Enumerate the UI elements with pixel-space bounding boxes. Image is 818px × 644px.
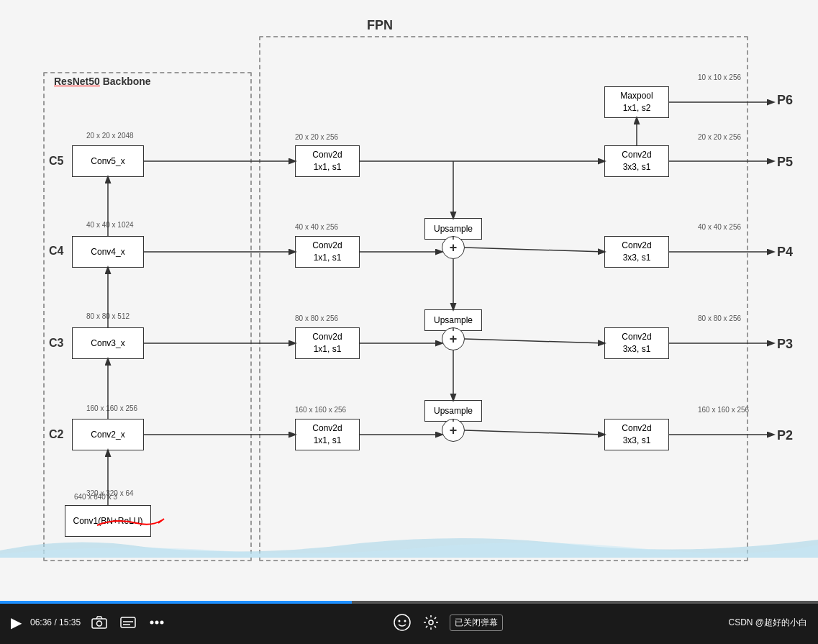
out-conv2-box: Conv2d 3x3, s1 [604,419,669,450]
p5-label: P5 [777,155,793,170]
dim-backbone-c2: 160 x 160 x 256 [86,404,137,412]
svg-point-38 [404,620,406,622]
dim-p2: 160 x 160 x 256 [698,406,749,414]
play-button[interactable]: ▶ [11,614,22,631]
settings-icon[interactable] [421,612,441,632]
dim-fpn-c4: 40 x 40 x 256 [295,223,338,231]
subtitle-icon[interactable] [118,612,138,632]
c2-label: C2 [49,428,63,441]
progress-bar-container[interactable] [0,601,818,604]
fpn-conv3-box: Conv2d 1x1, s1 [295,327,360,359]
dim-backbone-c4: 40 x 40 x 1024 [86,221,134,229]
time-display: 06:36 / 15:35 [30,617,81,627]
more-options-icon[interactable] [147,612,167,632]
p2-label: P2 [777,428,793,443]
watermark-text: CSDN @超好的小白 [728,617,807,629]
svg-point-34 [155,621,159,625]
dim-fpn-c3: 80 x 80 x 256 [295,314,338,322]
out-conv5-box: Conv2d 3x3, s1 [604,145,669,177]
dim-p6: 10 x 10 x 256 [698,73,741,81]
dim-p5: 20 x 20 x 256 [698,133,741,141]
video-control-bar: ▶ 06:36 / 15:35 [0,601,818,644]
fpn-conv4-box: Conv2d 1x1, s1 [295,236,360,268]
fpn-title: FPN [367,18,393,33]
out-conv3-box: Conv2d 3x3, s1 [604,327,669,359]
svg-point-39 [429,620,433,625]
svg-rect-30 [121,617,135,627]
conv5x-box: Conv5_x [72,145,144,177]
danmaku-face-icon[interactable] [392,612,412,632]
dim-fpn-c2: 160 x 160 x 256 [295,406,346,414]
svg-point-35 [160,621,164,625]
c5-label: C5 [49,155,63,168]
conv4x-box: Conv4_x [72,236,144,268]
dim-p4: 40 x 40 x 256 [698,223,741,231]
wave-decoration [0,529,818,558]
p4-label: P4 [777,245,793,260]
svg-point-33 [150,621,154,625]
fpn-diagram: FPN ResNet50 Backbone C5 C4 C3 C2 Conv5_… [14,14,804,583]
p3-label: P3 [777,337,793,352]
fpn-conv5-box: Conv2d 1x1, s1 [295,145,360,177]
maxpool-box: Maxpool 1x1, s2 [604,86,669,118]
dim-p3: 80 x 80 x 256 [698,314,741,322]
svg-point-37 [399,620,401,622]
dim-backbone-c3: 80 x 80 x 512 [86,312,129,320]
progress-bar-fill [0,601,352,604]
fpn-box [259,36,748,561]
danmaku-status[interactable]: 已关闭弹幕 [450,614,503,631]
plus3-circle: + [442,419,465,442]
main-video-content: FPN ResNet50 Backbone C5 C4 C3 C2 Conv5_… [0,0,818,601]
p6-label: P6 [777,93,793,108]
plus1-circle: + [442,236,465,259]
out-conv4-box: Conv2d 3x3, s1 [604,236,669,268]
svg-point-36 [394,614,410,630]
backbone-label: ResNet50 Backbone [54,76,151,87]
svg-point-29 [97,621,102,626]
plus2-circle: + [442,327,465,350]
conv2x-box: Conv2_x [72,419,144,450]
dim-backbone-c5: 20 x 20 x 2048 [86,132,134,140]
dim-fpn-c5: 20 x 20 x 256 [295,133,338,141]
camera-icon[interactable] [89,612,109,632]
pen-annotation [94,514,165,529]
c4-label: C4 [49,245,63,258]
c3-label: C3 [49,337,63,350]
conv3x-box: Conv3_x [72,327,144,359]
svg-rect-28 [92,619,106,628]
input-size-label: 640 x 640 x 3 [74,493,117,501]
fpn-conv2-box: Conv2d 1x1, s1 [295,419,360,450]
